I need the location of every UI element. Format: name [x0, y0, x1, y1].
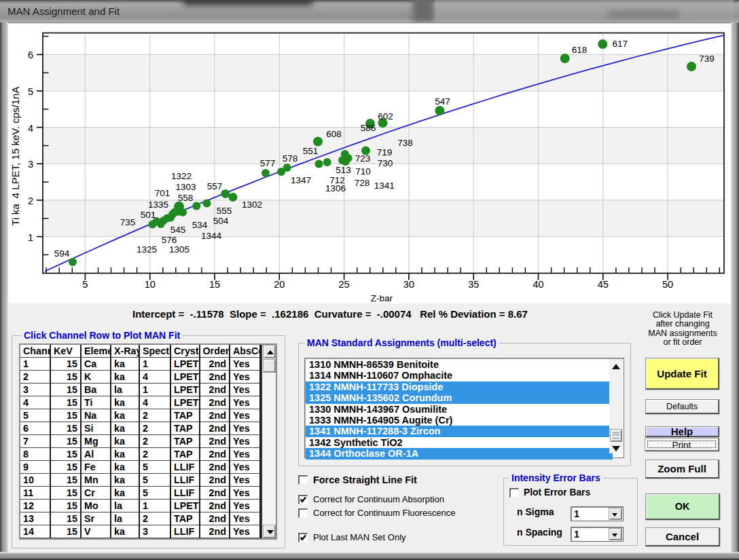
- svg-text:617: 617: [613, 39, 628, 49]
- svg-text:730: 730: [378, 158, 393, 168]
- svg-text:501: 501: [141, 210, 156, 220]
- svg-text:545: 545: [170, 225, 186, 235]
- svg-text:576: 576: [162, 235, 177, 245]
- svg-text:728: 728: [355, 178, 370, 188]
- svg-text:578: 578: [283, 153, 298, 164]
- svg-text:1303: 1303: [175, 182, 196, 192]
- svg-text:1341: 1341: [374, 181, 395, 191]
- svg-text:5: 5: [28, 86, 33, 97]
- svg-text:719: 719: [377, 147, 393, 157]
- svg-text:4: 4: [28, 123, 33, 134]
- svg-text:618: 618: [572, 45, 588, 55]
- svg-text:Ti ka 4 LPET, 15 keV. cps/1nA: Ti ka 4 LPET, 15 keV. cps/1nA: [10, 87, 21, 226]
- svg-text:20: 20: [274, 279, 285, 290]
- svg-text:1305: 1305: [169, 244, 190, 255]
- svg-text:577: 577: [260, 158, 276, 168]
- svg-text:10: 10: [145, 279, 156, 290]
- svg-text:3: 3: [28, 159, 33, 170]
- svg-text:1302: 1302: [242, 200, 262, 210]
- svg-text:2: 2: [28, 195, 33, 206]
- svg-text:1325: 1325: [137, 244, 157, 255]
- svg-text:15: 15: [209, 279, 220, 290]
- svg-text:555: 555: [217, 206, 232, 216]
- svg-text:1306: 1306: [325, 183, 346, 193]
- svg-text:50: 50: [662, 279, 673, 290]
- svg-text:5: 5: [82, 279, 88, 290]
- svg-text:594: 594: [54, 248, 70, 259]
- svg-text:710: 710: [355, 166, 371, 176]
- svg-text:534: 534: [192, 220, 208, 230]
- svg-text:735: 735: [120, 217, 136, 227]
- svg-text:25: 25: [339, 279, 350, 290]
- svg-text:40: 40: [533, 279, 543, 290]
- svg-text:1347: 1347: [291, 175, 311, 185]
- svg-text:557: 557: [207, 181, 223, 191]
- svg-text:1344: 1344: [201, 231, 222, 241]
- svg-text:504: 504: [213, 216, 229, 226]
- svg-text:Z-bar: Z-bar: [371, 293, 393, 303]
- svg-text:602: 602: [378, 111, 393, 122]
- svg-text:738: 738: [397, 138, 413, 148]
- svg-text:723: 723: [355, 153, 371, 164]
- svg-text:30: 30: [403, 279, 414, 290]
- svg-text:6: 6: [28, 50, 33, 60]
- svg-text:513: 513: [336, 165, 351, 175]
- svg-text:739: 739: [699, 54, 715, 64]
- svg-text:35: 35: [468, 279, 479, 290]
- svg-text:547: 547: [435, 96, 450, 107]
- svg-text:1322: 1322: [171, 171, 192, 181]
- svg-text:608: 608: [326, 129, 342, 139]
- svg-text:558: 558: [178, 193, 194, 203]
- svg-text:1335: 1335: [148, 200, 168, 210]
- svg-text:701: 701: [155, 188, 170, 198]
- svg-text:45: 45: [598, 279, 609, 290]
- svg-text:586: 586: [361, 123, 376, 133]
- svg-text:1: 1: [28, 232, 33, 243]
- svg-text:551: 551: [303, 146, 319, 156]
